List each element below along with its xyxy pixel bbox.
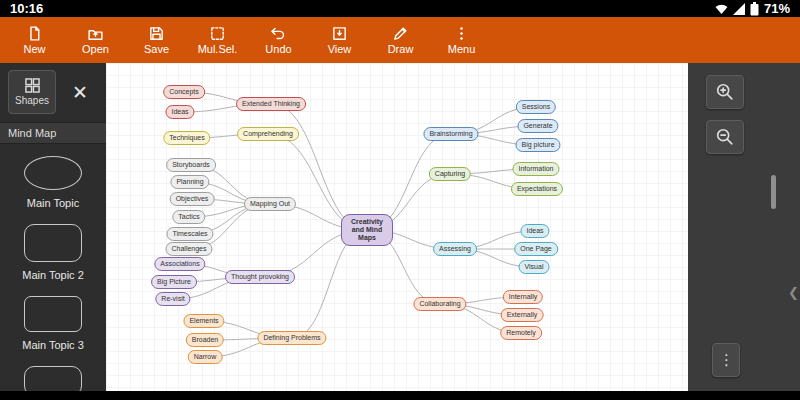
mindmap-node-associations[interactable]: Associations xyxy=(154,257,205,271)
mindmap-node-storyboards[interactable]: Storyboards xyxy=(166,158,216,172)
wifi-icon xyxy=(715,3,728,15)
toolbar-label: View xyxy=(328,43,352,55)
mindmap-node-narrow[interactable]: Narrow xyxy=(188,350,223,364)
toolbar-save-button[interactable]: Save xyxy=(126,17,187,63)
mindmap-node-ideas-l[interactable]: Ideas xyxy=(165,105,194,119)
sidebar: Shapes ✕ Mind Map Main TopicMain Topic 2… xyxy=(0,63,106,391)
undo-icon xyxy=(270,25,287,42)
mindmap-node-root[interactable]: Creativity and Mind Maps xyxy=(341,214,393,246)
shape-template-main-topic-3[interactable]: Main Topic 3 xyxy=(0,296,106,351)
mindmap-node-generate[interactable]: Generate xyxy=(517,119,558,133)
save-icon xyxy=(148,25,165,42)
mindmap-node-planning[interactable]: Planning xyxy=(170,175,209,189)
mindmap-node-internally[interactable]: Internally xyxy=(503,290,543,304)
mindmap-node-ideas-r[interactable]: Ideas xyxy=(520,224,549,238)
shape-template-label: Main Topic 3 xyxy=(22,339,84,351)
mindmap-node-externally[interactable]: Externally xyxy=(501,308,544,322)
new-icon xyxy=(26,25,43,42)
grid-icon xyxy=(25,78,40,93)
more-options-button[interactable]: ⋮ xyxy=(712,343,740,377)
mindmap-node-capturing[interactable]: Capturing xyxy=(429,167,471,181)
toolbar-draw-button[interactable]: Draw xyxy=(370,17,431,63)
clock: 10:16 xyxy=(10,1,43,16)
mindmap-node-comprehending[interactable]: Comprehending xyxy=(237,127,299,141)
mindmap-node-elements[interactable]: Elements xyxy=(183,314,224,328)
shape-template-list: Main TopicMain Topic 2Main Topic 3 xyxy=(0,144,106,391)
mindmap-node-revisit[interactable]: Re-visit xyxy=(155,292,190,306)
mindmap-node-expectations[interactable]: Expectations xyxy=(511,182,563,196)
toolbar-label: New xyxy=(23,43,45,55)
mindmap-node-concepts[interactable]: Concepts xyxy=(163,85,205,99)
screen: 10:16 71% NewOpenSaveMul.Sel.UndoViewDra… xyxy=(0,0,800,400)
rounded-partial-shape-icon xyxy=(24,366,82,391)
mindmap-node-visual[interactable]: Visual xyxy=(519,260,550,274)
toolbar-label: Undo xyxy=(265,43,291,55)
mul-sel-icon xyxy=(209,25,226,42)
toolbar-mul-sel-button[interactable]: Mul.Sel. xyxy=(187,17,248,63)
mindmap-node-collaborating[interactable]: Collaborating xyxy=(413,297,466,311)
mindmap-node-onepage[interactable]: One Page xyxy=(514,242,558,256)
mindmap-node-bigpicture-l[interactable]: Big Picture xyxy=(151,275,197,289)
toolbar-label: Open xyxy=(82,43,109,55)
mindmap-node-extended[interactable]: Extended Thinking xyxy=(236,97,306,111)
mindmap-node-remotely[interactable]: Remotely xyxy=(500,326,542,340)
mindmap-node-assessing[interactable]: Assessing xyxy=(433,242,477,256)
mindmap-node-sessions[interactable]: Sessions xyxy=(516,100,556,114)
mindmap-node-challenges[interactable]: Challenges xyxy=(165,242,212,256)
status-icons: 71% xyxy=(715,1,790,16)
toolbar-label: Mul.Sel. xyxy=(198,43,238,55)
shapes-button[interactable]: Shapes xyxy=(8,70,56,114)
mindmap-node-defining[interactable]: Defining Problems xyxy=(257,331,326,345)
rounded-shape-icon xyxy=(24,224,82,262)
toolbar-new-button[interactable]: New xyxy=(4,17,65,63)
toolbar-label: Draw xyxy=(388,43,414,55)
mindmap-node-timescales[interactable]: Timescales xyxy=(166,227,213,241)
toolbar-undo-button[interactable]: Undo xyxy=(248,17,309,63)
mindmap-node-objectives[interactable]: Objectives xyxy=(170,192,215,206)
mindmap-node-thought[interactable]: Thought provoking xyxy=(225,270,295,284)
menu-icon xyxy=(453,25,470,42)
zoom-out-button[interactable] xyxy=(706,120,744,154)
open-icon xyxy=(87,25,104,42)
view-icon xyxy=(331,25,348,42)
ellipse-shape-icon xyxy=(24,156,82,190)
rounded2-shape-icon xyxy=(24,296,82,332)
toolbar: NewOpenSaveMul.Sel.UndoViewDrawMenu xyxy=(0,17,800,63)
toolbar-open-button[interactable]: Open xyxy=(65,17,126,63)
status-bar: 10:16 71% xyxy=(0,0,800,17)
mindmap-edge xyxy=(292,230,367,338)
shape-template-label: Main Topic 2 xyxy=(22,269,84,281)
mindmap-node-brainstorming[interactable]: Brainstorming xyxy=(423,127,478,141)
mindmap-node-information[interactable]: Information xyxy=(512,162,559,176)
canvas[interactable]: Creativity and Mind MapsExtended Thinkin… xyxy=(106,63,688,391)
draw-icon xyxy=(392,25,409,42)
mindmap-node-tactics[interactable]: Tactics xyxy=(172,210,205,224)
chevron-left-icon[interactable]: ❮ xyxy=(788,285,799,300)
mindmap-node-broaden[interactable]: Broaden xyxy=(186,333,224,347)
sidebar-top: Shapes ✕ xyxy=(0,63,106,120)
toolbar-label: Save xyxy=(144,43,169,55)
mindmap-edge xyxy=(271,104,367,230)
content: Shapes ✕ Mind Map Main TopicMain Topic 2… xyxy=(0,63,800,391)
shape-template-label: Main Topic xyxy=(27,197,79,209)
battery-icon xyxy=(750,2,759,16)
right-panel: ❮ ⋮ xyxy=(688,63,800,391)
shapes-button-label: Shapes xyxy=(15,95,49,106)
battery-percent: 71% xyxy=(764,1,790,16)
zoom-in-button[interactable] xyxy=(706,75,744,109)
sidebar-section-title: Mind Map xyxy=(0,122,106,144)
toolbar-view-button[interactable]: View xyxy=(309,17,370,63)
signal-icon xyxy=(733,3,745,15)
mindmap-node-bigpicture-r[interactable]: Big picture xyxy=(515,138,560,152)
mindmap-node-techniques[interactable]: Techniques xyxy=(163,131,210,145)
mindmap-node-mapping[interactable]: Mapping Out xyxy=(244,197,296,211)
navigation-bar xyxy=(0,391,800,400)
close-icon[interactable]: ✕ xyxy=(64,76,96,108)
toolbar-menu-button[interactable]: Menu xyxy=(431,17,492,63)
shape-template-partial[interactable] xyxy=(0,366,106,376)
shape-template-main-topic[interactable]: Main Topic xyxy=(0,156,106,209)
shape-template-main-topic-2[interactable]: Main Topic 2 xyxy=(0,224,106,281)
toolbar-label: Menu xyxy=(448,43,476,55)
vertical-scrollbar[interactable] xyxy=(771,175,776,209)
